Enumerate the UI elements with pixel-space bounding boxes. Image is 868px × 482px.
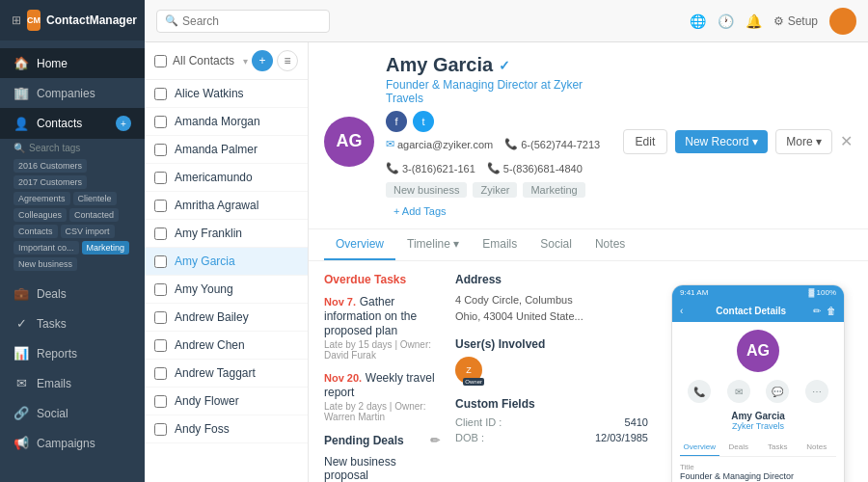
tag-marketing[interactable]: Marketing <box>523 182 584 198</box>
select-all-checkbox[interactable] <box>154 55 167 67</box>
overdue-tasks-section: Overdue Tasks Nov 7. Gather information … <box>324 273 440 422</box>
contact-checkbox[interactable] <box>154 423 167 436</box>
tag-2016[interactable]: 2016 Customers <box>14 159 87 173</box>
tag-new-business[interactable]: New business <box>386 182 467 198</box>
contact-item[interactable]: Amy Young <box>145 276 308 304</box>
tasks-icon: ✓ <box>14 316 29 331</box>
close-button[interactable]: ✕ <box>840 132 853 150</box>
contact-item[interactable]: Andrew Bailey <box>145 304 308 332</box>
setup-button[interactable]: ⚙ Setup <box>773 14 818 28</box>
sidebar-item-emails[interactable]: ✉ Emails <box>0 368 145 398</box>
contact-checkbox[interactable] <box>154 367 167 380</box>
contact-item-amy-garcia[interactable]: Amy Garcia <box>145 248 308 276</box>
mobile-tab-notes[interactable]: Notes <box>798 439 837 456</box>
contact-item[interactable]: Andy Foss <box>145 415 308 443</box>
tag-marketing[interactable]: Marketing <box>82 241 130 254</box>
contact-item[interactable]: Alice Watkins <box>145 80 308 108</box>
bell-icon[interactable]: 🔔 <box>746 13 762 29</box>
grid-icon[interactable]: ⊞ <box>12 13 21 27</box>
contact-checkbox[interactable] <box>154 116 167 128</box>
add-contact-button[interactable]: + <box>252 50 273 71</box>
tag-important[interactable]: Important co... <box>14 241 79 254</box>
list-view-button[interactable]: ≡ <box>277 50 298 71</box>
add-tags-button[interactable]: + Add Tags <box>386 203 454 219</box>
overdue-item-2: Nov 20. Weekly travel report Late by 2 d… <box>324 370 440 422</box>
add-contact-icon[interactable]: + <box>116 116 131 131</box>
contact-item[interactable]: Andrew Taggart <box>145 360 308 388</box>
mobile-mail-icon[interactable]: ✉ <box>727 380 750 403</box>
contact-item[interactable]: Amanda Palmer <box>145 136 308 164</box>
contact-checkbox[interactable] <box>154 172 167 184</box>
sidebar-item-reports[interactable]: 📊 Reports <box>0 338 145 368</box>
contact-item[interactable]: Amy Franklin <box>145 220 308 248</box>
mobile-chat-icon[interactable]: 💬 <box>766 380 789 403</box>
mobile-call-icon[interactable]: 📞 <box>688 380 711 403</box>
tab-social[interactable]: Social <box>529 229 583 260</box>
tag-zyiker[interactable]: Zyiker <box>473 182 517 198</box>
mobile-tab-tasks[interactable]: Tasks <box>758 439 798 456</box>
facebook-link[interactable]: f <box>386 111 407 132</box>
sidebar-item-campaigns[interactable]: 📢 Campaigns <box>0 428 145 458</box>
email-meta: ✉ agarcia@zyiker.com <box>386 138 493 150</box>
contact-item[interactable]: Andrew Chen <box>145 332 308 360</box>
custom-fields: Client ID : 5410 DOB : 12/03/1985 <box>455 416 648 443</box>
sidebar-item-deals[interactable]: 💼 Deals <box>0 279 145 308</box>
search-input[interactable] <box>182 14 317 28</box>
more-button[interactable]: More ▾ <box>775 129 832 154</box>
contact-checkbox[interactable] <box>154 339 167 352</box>
mobile-tab-overview[interactable]: Overview <box>680 439 719 456</box>
verified-icon: ✓ <box>499 58 510 73</box>
user-avatar[interactable] <box>829 8 856 35</box>
mobile-back-button[interactable]: ‹ <box>680 306 683 316</box>
edit-deals-icon[interactable]: ✏ <box>430 434 440 447</box>
contact-checkbox[interactable] <box>154 255 167 268</box>
mobile-more-icon[interactable]: ⋯ <box>805 380 828 403</box>
mobile-status-bar: 9:41 AM ▓ 100% <box>672 285 844 300</box>
tag-clientele[interactable]: Clientele <box>73 192 117 205</box>
tag-csv[interactable]: CSV import <box>61 225 115 238</box>
search-box[interactable]: 🔍 <box>156 10 330 33</box>
list-header-title: All Contacts <box>173 54 243 67</box>
tab-notes[interactable]: Notes <box>583 229 637 260</box>
clock-icon[interactable]: 🕐 <box>718 13 734 29</box>
sidebar-item-contacts[interactable]: 👤 Contacts + <box>0 108 145 139</box>
tag-new-business[interactable]: New business <box>14 257 77 271</box>
contact-checkbox[interactable] <box>154 200 167 212</box>
tag-agreements[interactable]: Agreements <box>14 192 70 205</box>
contact-item[interactable]: Andy Flower <box>145 388 308 415</box>
tags-grid: 2016 Customers 2017 Customers Agreements… <box>14 159 131 271</box>
contact-item[interactable]: Amanda Morgan <box>145 108 308 136</box>
sidebar-item-tasks[interactable]: ✓ Tasks <box>0 308 145 338</box>
contact-checkbox[interactable] <box>154 144 167 156</box>
contact-checkbox[interactable] <box>154 395 167 408</box>
tag-colleagues[interactable]: Colleagues <box>14 208 67 222</box>
contact-checkbox[interactable] <box>154 88 167 100</box>
mobile-field-title: Title Founder & Managing Director <box>680 463 836 481</box>
tab-emails[interactable]: Emails <box>471 229 529 260</box>
contact-item[interactable]: Amritha Agrawal <box>145 192 308 220</box>
search-tags-section: 🔍 Search tags 2016 Customers 2017 Custom… <box>0 139 145 279</box>
new-record-button[interactable]: New Record ▾ <box>675 130 768 153</box>
contact-checkbox[interactable] <box>154 311 167 324</box>
contact-item[interactable]: Americamundo <box>145 164 308 192</box>
mobile-tabs: Overview Deals Tasks Notes <box>680 439 836 457</box>
edit-button[interactable]: Edit <box>623 129 668 154</box>
mobile-edit-icon[interactable]: ✏ <box>813 306 821 316</box>
globe-icon[interactable]: 🌐 <box>690 13 706 29</box>
mobile-tab-deals[interactable]: Deals <box>719 439 759 456</box>
twitter-link[interactable]: t <box>413 111 434 132</box>
contact-checkbox[interactable] <box>154 228 167 240</box>
sidebar-item-label: Deals <box>37 287 67 301</box>
tag-contacted[interactable]: Contacted <box>69 208 119 222</box>
sidebar-item-social[interactable]: 🔗 Social <box>0 398 145 428</box>
tab-overview[interactable]: Overview <box>324 229 395 260</box>
tab-timeline[interactable]: Timeline ▾ <box>395 229 471 260</box>
mobile-delete-icon[interactable]: 🗑 <box>827 306 836 316</box>
detail-header: AG Amy Garcia ✓ Founder & Managing Direc… <box>309 42 868 229</box>
overdue-date-2: Nov 20. <box>324 372 362 384</box>
sidebar-item-companies[interactable]: 🏢 Companies <box>0 78 145 108</box>
tag-contacts[interactable]: Contacts <box>14 225 58 238</box>
tag-2017[interactable]: 2017 Customers <box>14 175 87 189</box>
contact-checkbox[interactable] <box>154 283 167 296</box>
sidebar-item-home[interactable]: 🏠 Home <box>0 48 145 78</box>
